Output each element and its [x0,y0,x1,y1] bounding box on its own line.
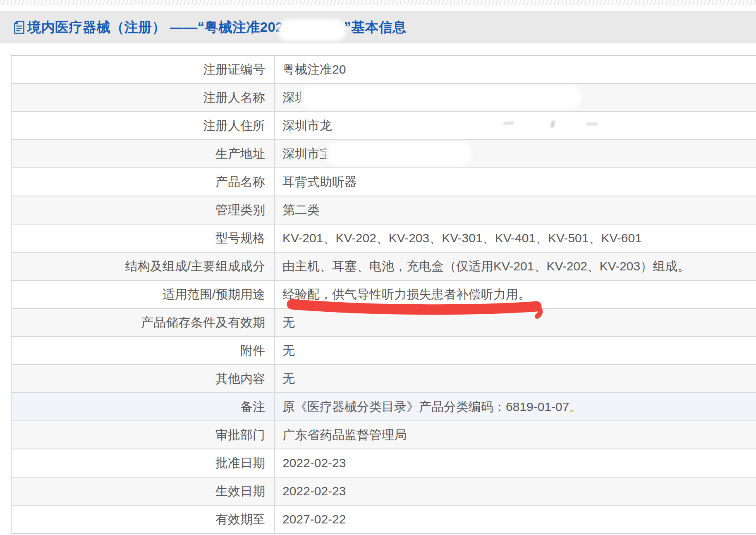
row-label: 注册人住所 [12,112,275,139]
row-label: 产品储存条件及有效期 [12,309,275,336]
table-row: 其他内容 无 [12,365,756,393]
redaction-blur [280,22,343,38]
redaction-blur [303,89,578,106]
table-row: 型号规格 KV-201、KV-202、KV-203、KV-301、KV-401、… [12,225,756,253]
row-value-text: 2022-02-23 [282,456,346,470]
row-label: 其他内容 [12,365,275,392]
row-value-text: 无 [282,342,295,359]
row-label: 管理类别 [12,196,275,224]
table-row: 有效期至 2027-02-22 [12,506,756,534]
row-value-text: 广东省药品监督管理局 [282,427,407,444]
row-value-text: 2022-02-23 [282,484,346,498]
row-value: 深圳市宝 [275,140,756,167]
page-title-suffix: ”基本信息 [344,18,407,37]
row-value: 深圳市龙 [275,112,756,139]
row-value-text: 经验配，供气导性听力损失患者补偿听力用。 [282,286,531,303]
erased-text-remnant [550,120,555,128]
row-value-text: 原《医疗器械分类目录》产品分类编码：6819-01-07。 [282,399,581,416]
row-value: 无 [275,309,756,336]
row-value: 无 [275,365,756,392]
table-row: 注册人名称 深圳 [12,84,756,112]
row-label: 注册人名称 [12,84,275,111]
row-label: 结构及组成/主要组成成分 [12,253,275,280]
row-label: 注册证编号 [12,56,275,83]
row-label: 适用范围/预期用途 [12,281,275,308]
row-label: 型号规格 [12,225,275,252]
row-label: 备注 [12,393,275,420]
row-value-text: KV-201、KV-202、KV-203、KV-301、KV-401、KV-50… [282,230,642,247]
table-row: 生效日期 2022-02-23 [12,478,756,506]
row-value-text: 深圳市龙 [282,117,332,134]
erased-text-remnant [503,122,514,124]
row-value: 2022-02-23 [275,478,756,505]
redaction-blur [328,145,469,162]
row-label: 生效日期 [12,478,275,505]
row-value: 无 [275,337,756,364]
row-value-text: 第二类 [282,202,320,219]
registration-info-table: 注册证编号 粤械注准20 注册人名称 深圳 注册人住所 深圳市龙 生产地址 深圳… [11,55,756,534]
row-value: 原《医疗器械分类目录》产品分类编码：6819-01-07。 [275,393,756,420]
row-value: 经验配，供气导性听力损失患者补偿听力用。 [275,281,756,308]
table-row: 注册证编号 粤械注准20 [12,56,756,84]
row-value: 深圳 [275,84,756,111]
table-row: 生产地址 深圳市宝 [12,140,756,168]
table-row: 结构及组成/主要组成成分 由主机、耳塞、电池，充电盒（仅适用KV-201、KV-… [12,253,756,281]
row-label: 附件 [12,337,275,364]
row-value: 耳背式助听器 [275,168,756,196]
table-row: 审批部门 广东省药品监督管理局 [12,421,756,449]
row-value-text: 无 [282,370,295,387]
erased-text-remnant [586,123,598,125]
table-row: 附件 无 [12,337,756,365]
table-row: 注册人住所 深圳市龙 [12,112,756,140]
page-title: 境内医疗器械（注册） ——“粤械注准2022”基本信息 [27,17,407,38]
row-value-text: 2027-02-22 [282,512,346,526]
row-value-text: 无 [282,314,295,331]
row-label: 产品名称 [12,168,275,196]
row-value-text: 粤械注准20 [282,61,346,78]
row-value: 粤械注准20 [275,56,756,83]
row-label: 批准日期 [12,449,275,477]
row-label: 生产地址 [12,140,275,167]
row-value: 由主机、耳塞、电池，充电盒（仅适用KV-201、KV-202、KV-203）组成… [275,253,756,280]
row-value-text: 深圳市宝 [282,146,332,162]
row-value: 2022-02-23 [275,449,756,477]
row-value: KV-201、KV-202、KV-203、KV-301、KV-401、KV-50… [275,225,756,252]
table-row: 产品名称 耳背式助听器 [12,168,756,196]
page-top-hatch [0,0,756,5]
page-title-prefix: 境内医疗器械（注册） ——“粤械注准2022 [27,18,291,37]
row-label: 有效期至 [12,506,275,533]
table-row: 适用范围/预期用途 经验配，供气导性听力损失患者补偿听力用。 [12,281,756,309]
row-value: 广东省药品监督管理局 [275,421,756,449]
table-row: 产品储存条件及有效期 无 [12,309,756,337]
table-row: 批准日期 2022-02-23 [12,449,756,478]
table-row: 管理类别 第二类 [12,196,756,225]
row-label: 审批部门 [12,421,275,449]
title-bar: 境内医疗器械（注册） ——“粤械注准2022”基本信息 [0,11,756,43]
row-value: 第二类 [275,196,756,224]
row-value: 2027-02-22 [275,506,756,533]
table-row: 备注 原《医疗器械分类目录》产品分类编码：6819-01-07。 [12,393,756,421]
row-value-text: 耳背式助听器 [282,174,357,191]
document-icon [14,20,25,34]
row-value-text: 由主机、耳塞、电池，充电盒（仅适用KV-201、KV-202、KV-203）组成… [282,258,690,275]
